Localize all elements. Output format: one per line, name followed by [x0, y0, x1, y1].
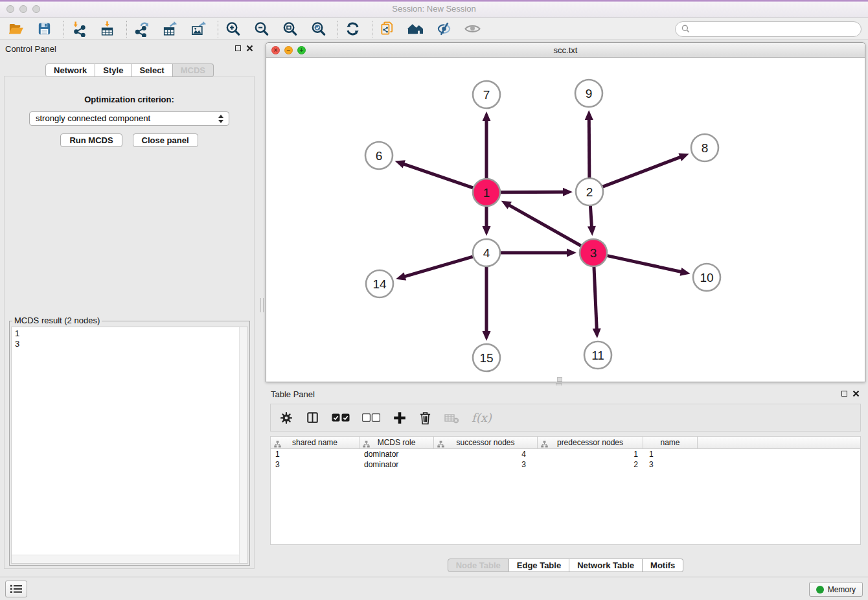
show-details-icon[interactable] [463, 20, 481, 38]
function-builder-icon[interactable]: f(x) [472, 411, 492, 424]
column-header-name[interactable]: name [643, 437, 698, 448]
search-box [675, 21, 862, 37]
vertical-scrollbar[interactable] [239, 327, 247, 563]
import-network-icon[interactable] [69, 20, 87, 38]
search-input[interactable] [694, 24, 855, 34]
columns-icon[interactable] [306, 411, 319, 424]
horizontal-scrollbar[interactable] [12, 555, 239, 563]
close-panel-icon[interactable] [246, 45, 253, 52]
tab-style[interactable]: Style [95, 63, 131, 77]
node-4[interactable]: 4 [473, 239, 500, 266]
node-15[interactable]: 15 [473, 344, 500, 371]
node-10[interactable]: 10 [693, 264, 720, 291]
node-3[interactable]: 3 [580, 239, 607, 266]
tab-network-table[interactable]: Network Table [569, 559, 643, 572]
edge-2-3[interactable] [588, 206, 596, 236]
node-7[interactable]: 7 [473, 81, 500, 108]
edge-1-7[interactable] [483, 111, 491, 178]
close-panel-icon[interactable] [852, 390, 860, 397]
task-history-button[interactable] [5, 581, 27, 597]
svg-text:1: 1 [483, 186, 490, 200]
tab-select[interactable]: Select [131, 63, 172, 77]
node-11[interactable]: 11 [584, 341, 611, 369]
hide-details-icon[interactable] [435, 20, 453, 38]
node-1[interactable]: 1 [473, 179, 500, 206]
home-icon[interactable] [406, 20, 424, 38]
minimize-window-button[interactable] [19, 5, 27, 13]
edge-3-10[interactable] [607, 256, 690, 276]
minimize-view-button[interactable]: − [284, 46, 293, 54]
node-14[interactable]: 14 [366, 270, 393, 297]
column-header-successor-nodes[interactable]: successor nodes [434, 437, 538, 448]
column-label: MCDS role [378, 438, 416, 447]
table-header-row: shared nameMCDS rolesuccessor nodesprede… [271, 437, 860, 449]
table-row[interactable]: 3dominator323 [271, 459, 860, 470]
close-panel-button[interactable]: Close panel [133, 133, 198, 147]
search-icon [681, 25, 690, 33]
tab-motifs[interactable]: Motifs [643, 559, 683, 572]
select-all-rows-icon[interactable] [332, 413, 350, 422]
node-8[interactable]: 8 [691, 134, 718, 161]
edge-2-8[interactable] [603, 154, 689, 187]
edge-4-14[interactable] [396, 257, 473, 281]
import-table-icon[interactable] [98, 20, 116, 38]
edge-3-1[interactable] [501, 201, 581, 246]
export-network-icon[interactable] [132, 20, 150, 38]
close-view-button[interactable]: × [271, 46, 280, 54]
maximize-window-button[interactable] [32, 5, 40, 13]
table-row[interactable]: 1dominator411 [271, 449, 860, 459]
close-window-button[interactable] [6, 5, 14, 13]
column-header-predecessor-nodes[interactable]: predecessor nodes [538, 437, 643, 448]
tab-edge-table[interactable]: Edge Table [509, 559, 569, 572]
column-header-shared-name[interactable]: shared name [271, 437, 360, 448]
edge-4-3[interactable] [501, 249, 577, 257]
sort-hierarchy-icon [437, 439, 444, 452]
mcds-result-area[interactable]: 1 3 [11, 327, 248, 564]
float-panel-icon[interactable] [841, 391, 847, 397]
open-session-icon[interactable] [6, 20, 25, 38]
tab-mcds[interactable]: MCDS [173, 63, 214, 77]
memory-button[interactable]: Memory [809, 582, 863, 597]
mcds-result-legend: MCDS result (2 nodes) [12, 316, 102, 325]
delete-row-icon[interactable] [419, 411, 431, 425]
float-panel-icon[interactable] [235, 45, 241, 51]
delete-table-icon[interactable] [444, 411, 459, 424]
view-resize-grip[interactable] [557, 377, 562, 382]
add-row-icon[interactable] [393, 411, 407, 425]
export-table-icon[interactable] [161, 20, 179, 38]
zoom-fit-icon[interactable] [280, 20, 299, 38]
edge-1-6[interactable] [395, 160, 474, 188]
run-mcds-button[interactable]: Run MCDS [60, 133, 122, 147]
sort-hierarchy-icon [541, 439, 548, 452]
panel-splitter-handle[interactable] [260, 298, 264, 312]
deselect-all-rows-icon[interactable] [362, 413, 380, 422]
node-9[interactable]: 9 [575, 80, 602, 107]
refresh-layout-icon[interactable] [343, 20, 361, 38]
edge-3-11[interactable] [593, 267, 601, 338]
export-image-icon[interactable] [189, 20, 207, 38]
zoom-in-icon[interactable] [223, 20, 242, 38]
svg-text:6: 6 [376, 149, 383, 163]
clone-network-icon[interactable] [378, 20, 396, 38]
network-window-titlebar[interactable]: × − + scc.txt [266, 43, 865, 58]
network-canvas[interactable]: 7968124314101511 [266, 58, 865, 382]
settings-gear-icon[interactable] [279, 411, 293, 425]
save-session-icon[interactable] [35, 20, 53, 38]
tab-network[interactable]: Network [45, 63, 95, 77]
node-6[interactable]: 6 [365, 142, 393, 169]
zoom-out-icon[interactable] [252, 20, 270, 38]
node-2[interactable]: 2 [576, 178, 603, 205]
tab-node-table[interactable]: Node Table [448, 559, 509, 572]
optimization-criterion-dropdown[interactable]: strongly connected component [29, 111, 229, 126]
edge-2-9[interactable] [585, 110, 593, 178]
svg-text:2: 2 [586, 185, 593, 199]
control-panel-tabs: NetworkStyleSelectMCDS [0, 63, 259, 77]
column-header-MCDS-role[interactable]: MCDS role [360, 437, 434, 448]
table-cell: 3 [643, 459, 698, 470]
edge-1-4[interactable] [483, 207, 491, 236]
zoom-selected-icon[interactable] [309, 20, 327, 38]
edge-4-15[interactable] [483, 267, 491, 341]
maximize-view-button[interactable]: + [297, 46, 306, 54]
list-icon [10, 584, 22, 594]
edge-1-2[interactable] [501, 188, 573, 196]
